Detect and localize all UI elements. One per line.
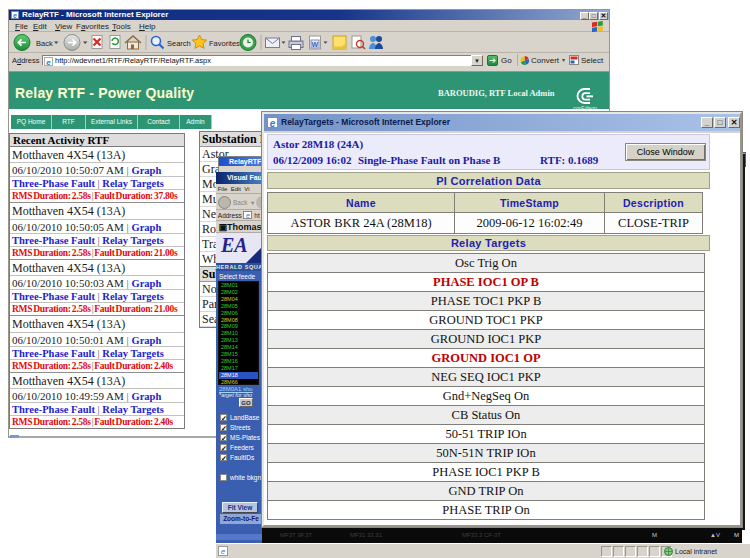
svg-text:Search: Search bbox=[167, 39, 191, 48]
svg-text:W: W bbox=[312, 41, 319, 48]
svg-text:Back: Back bbox=[36, 39, 53, 48]
svg-text:Favorites: Favorites bbox=[209, 39, 240, 48]
